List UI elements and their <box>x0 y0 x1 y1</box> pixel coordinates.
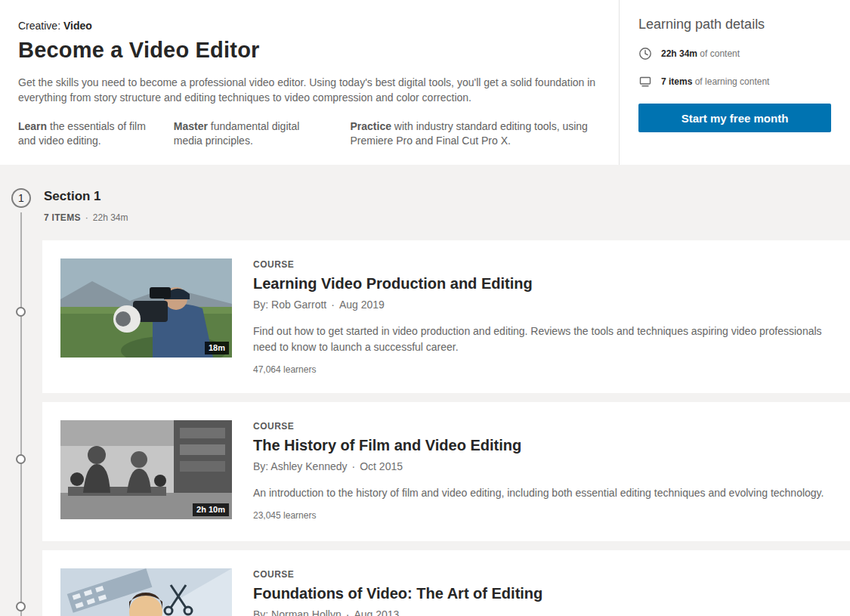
duration-badge: 18m <box>205 342 229 354</box>
separator-dot: · <box>352 460 356 472</box>
section-number-badge: 1 <box>11 188 31 208</box>
detail-row-duration: 22h 34m of content <box>638 47 831 60</box>
course-date: Oct 2015 <box>360 460 403 472</box>
course-type-label: COURSE <box>253 259 826 270</box>
course-card: 2h 10m COURSE The History of Film and Vi… <box>42 402 850 541</box>
learning-path-details-panel: Learning path details 22h 34m of content <box>620 0 850 165</box>
course-date: Aug 2013 <box>354 608 399 616</box>
course-title-link[interactable]: The History of Film and Video Editing <box>253 437 824 454</box>
path-header: Creative: Video Become a Video Editor Ge… <box>0 0 850 165</box>
course-byline: By: Ashley Kennedy·Oct 2015 <box>253 460 824 472</box>
breadcrumb-current[interactable]: Video <box>63 20 92 32</box>
section-items-count: 7 ITEMS <box>44 212 81 223</box>
content-stack-icon <box>638 75 652 88</box>
editing-illustration-thumbnail <box>60 568 232 616</box>
course-title-link[interactable]: Foundations of Video: The Art of Editing <box>253 585 542 602</box>
breadcrumb[interactable]: Creative: Video <box>18 20 596 32</box>
course-author: By: Norman Hollyn <box>253 608 342 616</box>
course-byline: By: Norman Hollyn·Aug 2013 <box>253 608 542 616</box>
content-duration-label: of content <box>697 48 740 59</box>
highlight-lead: Practice <box>350 120 391 132</box>
course-learners-count: 23,045 learners <box>253 510 824 521</box>
section-meta: 7 ITEMS·22h 34m <box>44 212 128 223</box>
content-duration-value: 22h 34m <box>661 48 697 59</box>
course-card-body: COURSE Foundations of Video: The Art of … <box>253 568 542 616</box>
course-thumbnail[interactable]: 2h 10m <box>60 420 232 519</box>
separator-dot: · <box>331 299 335 311</box>
course-title-link[interactable]: Learning Video Production and Editing <box>253 275 826 293</box>
course-author: By: Rob Garrott <box>253 299 326 311</box>
course-card: 18m COURSE Learning Video Production and… <box>42 240 850 393</box>
highlight-lead: Learn <box>18 120 47 132</box>
duration-badge: 2h 10m <box>193 503 229 516</box>
separator-dot: · <box>85 212 88 223</box>
content-duration: 22h 34m of content <box>661 48 740 59</box>
course-card-body: COURSE The History of Film and Video Edi… <box>253 420 824 523</box>
section-header: Section 1 7 ITEMS·22h 34m <box>44 189 128 223</box>
section-duration: 22h 34m <box>93 212 128 223</box>
start-free-month-button[interactable]: Start my free month <box>638 104 831 132</box>
course-list: 18m COURSE Learning Video Production and… <box>42 240 850 616</box>
highlight-lead: Master <box>174 120 208 132</box>
course-byline: By: Rob Garrott·Aug 2019 <box>253 299 826 311</box>
page-title: Become a Video Editor <box>18 38 596 63</box>
course-author: By: Ashley Kennedy <box>253 460 348 472</box>
section-title: Section 1 <box>44 189 128 204</box>
course-type-label: COURSE <box>253 421 824 432</box>
highlight-learn: Learn the essentials of film and video e… <box>18 119 148 149</box>
separator-dot: · <box>346 608 350 616</box>
highlight-practice: Practice with industry standard editing … <box>350 119 596 149</box>
timeline-node <box>16 602 26 611</box>
highlight-master: Master fundamental digital media princip… <box>174 119 325 149</box>
course-card-body: COURSE Learning Video Production and Edi… <box>253 258 826 375</box>
course-thumbnail[interactable]: 18m <box>60 258 232 358</box>
course-thumbnail[interactable] <box>60 568 232 616</box>
course-description: An introduction to the history of film a… <box>253 485 824 501</box>
detail-row-items: 7 items of learning content <box>638 75 831 88</box>
timeline-node <box>16 454 26 464</box>
clock-icon <box>638 47 652 60</box>
details-panel-title: Learning path details <box>638 17 831 33</box>
course-description: Find out how to get started in video pro… <box>253 323 826 355</box>
content-items-label: of learning content <box>692 76 769 87</box>
content-items-value: 7 items <box>661 76 692 87</box>
timeline-node <box>16 307 26 317</box>
path-header-main: Creative: Video Become a Video Editor Ge… <box>0 0 620 165</box>
course-type-label: COURSE <box>253 569 542 580</box>
breadcrumb-category: Creative: <box>18 20 60 32</box>
content-items: 7 items of learning content <box>661 76 769 87</box>
path-description: Get the skills you need to become a prof… <box>18 75 596 106</box>
course-card: COURSE Foundations of Video: The Art of … <box>42 550 850 616</box>
course-learners-count: 47,064 learners <box>253 364 826 375</box>
path-highlights: Learn the essentials of film and video e… <box>18 119 596 149</box>
timeline-line <box>20 212 22 616</box>
course-date: Aug 2019 <box>339 299 385 311</box>
learning-path-page: Creative: Video Become a Video Editor Ge… <box>0 0 850 616</box>
